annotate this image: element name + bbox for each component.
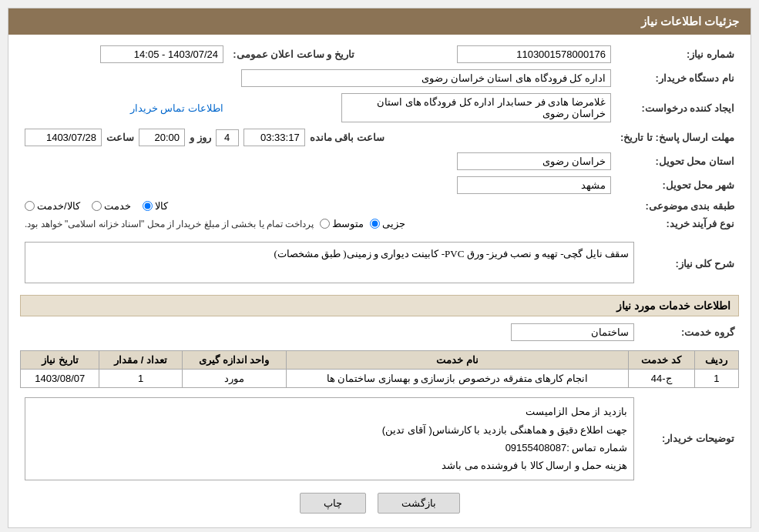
ostan-label: استان محل تحویل: <box>616 149 739 173</box>
ijad-konande-value: غلامرضا هادی فر حسابدار اداره کل فرودگاه… <box>228 90 616 125</box>
table-cell-tedad: 1 <box>99 370 182 388</box>
tarikh-saat-label: تاریخ و ساعت اعلان عمومی: <box>228 42 359 66</box>
col-kod: کد خدمت <box>628 351 694 370</box>
nooe-farayand-label: نوع فرآیند خرید: <box>616 215 739 233</box>
table-cell-tarikh: 1403/08/07 <box>21 370 99 388</box>
radio-motavaset[interactable]: متوسط <box>320 218 364 229</box>
baki-label: ساعت باقی مانده <box>310 132 385 143</box>
ostan-value: خراسان رضوی <box>457 152 611 170</box>
nooe-text: پرداخت تمام یا بخشی از مبلغ خریدار از مح… <box>25 219 314 229</box>
button-row: بازگشت چاپ <box>20 493 739 514</box>
table-cell-nam: انجام کارهای متفرقه درخصوص بازسازی و بهس… <box>286 370 628 388</box>
sharh-label: شرح کلی نیاز: <box>639 239 739 289</box>
radio-jozi[interactable]: جزیی <box>370 218 405 229</box>
radio-kala-khedmat-label: کالا/خدمت <box>37 200 80 212</box>
col-nam: نام خدمت <box>286 351 628 370</box>
radio-kala-khedmat[interactable]: کالا/خدمت <box>25 200 80 212</box>
radio-kala[interactable]: کالا <box>143 200 168 212</box>
baki-value: 03:33:17 <box>243 129 305 146</box>
mohlat-ersal-label: مهلت ارسال پاسخ: تا تاریخ: <box>616 125 739 149</box>
radio-khedmat[interactable]: خدمت <box>92 200 131 212</box>
toshihat-line: هزینه حمل و ارسال کالا با فروشنده می باش… <box>32 457 627 474</box>
radio-khedmat-label: خدمت <box>104 200 131 212</box>
saat-value: 20:00 <box>139 129 185 146</box>
nam-dastgah-value: اداره کل فرودگاه های استان خراسان رضوی <box>20 66 616 90</box>
services-table: ردیف کد خدمت نام خدمت واحد اندازه گیری ت… <box>20 350 739 388</box>
col-tedad: تعداد / مقدار <box>99 351 182 370</box>
goroh-label: گروه خدمت: <box>639 320 739 344</box>
col-radif: ردیف <box>694 351 738 370</box>
shomara-niaz-value: 1103001578000176 <box>359 42 616 66</box>
back-button[interactable]: بازگشت <box>378 493 460 514</box>
toshihat-line: بازدید از محل الزامیست <box>32 403 627 420</box>
radio-motavaset-label: متوسط <box>332 218 364 229</box>
tarikh-saat-value: 1403/07/24 - 14:05 <box>20 42 228 66</box>
col-tarikh: تاریخ نیاز <box>21 351 99 370</box>
roz-label: روز و <box>190 132 211 143</box>
table-cell-radif: 1 <box>694 370 738 388</box>
nam-dastgah-label: نام دستگاه خریدار: <box>616 66 739 90</box>
khedmat-section-header: اطلاعات خدمات مورد نیاز <box>20 295 739 316</box>
toshihat-line: شماره تماس :09155408087 <box>32 439 627 457</box>
col-vahed: واحد اندازه گیری <box>182 351 286 370</box>
toshihat-line: جهت اطلاع دقیق و هماهنگی بازدید با کارشن… <box>32 421 627 439</box>
tabaqe-label: طبقه بندی موضوعی: <box>616 197 739 215</box>
tarikh-ersal-value: 1403/07/28 <box>25 129 102 146</box>
ijad-konande-label: ایجاد کننده درخواست: <box>616 90 739 125</box>
toshihat-box: بازدید از محل الزامیستجهت اطلاع دقیق و ه… <box>25 397 634 480</box>
radio-kala-label: کالا <box>155 200 168 212</box>
page-title: جزئیات اطلاعات نیاز <box>8 8 751 35</box>
table-cell-kod: ج-44 <box>628 370 694 388</box>
etelaat-tamas-link[interactable]: اطلاعات تماس خریدار <box>130 102 223 114</box>
goroh-value: ساختمان <box>511 323 634 341</box>
shahr-value: مشهد <box>457 176 611 194</box>
print-button[interactable]: چاپ <box>300 493 366 514</box>
shahr-label: شهر محل تحویل: <box>616 173 739 197</box>
roz-value: 4 <box>216 129 239 146</box>
toshihat-label: توضیحات خریدار: <box>639 394 739 483</box>
table-cell-vahed: مورد <box>182 370 286 388</box>
radio-jozi-label: جزیی <box>382 218 405 229</box>
saat-label: ساعت <box>106 132 134 143</box>
shomara-niaz-label: شماره نیاز: <box>616 42 739 66</box>
sharh-textarea[interactable] <box>25 242 634 283</box>
